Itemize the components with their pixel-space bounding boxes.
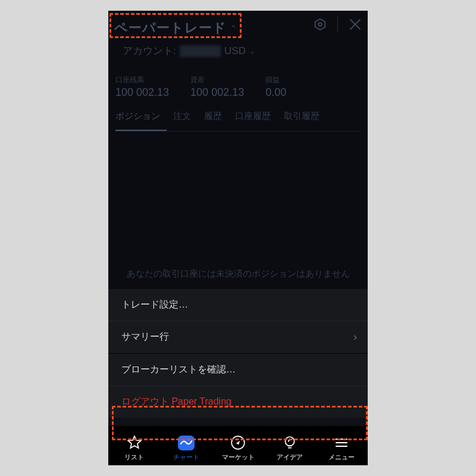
empty-positions-message: あなたの取引口座には未決済のポジションはありません [124,267,352,281]
vertical-divider [337,17,338,32]
compass-icon [230,434,246,451]
nav-label: チャート [173,453,199,462]
menu-item-label: ブローカーリストを確認… [121,364,236,376]
nav-label: メニュー [328,453,355,462]
account-label: アカウント: [123,44,176,58]
settings-hex-icon[interactable] [314,18,327,31]
stat-value: 100 002.13 [190,86,244,99]
nav-chart[interactable]: チャート [160,426,212,465]
account-currency: USD [224,45,246,57]
close-icon[interactable] [349,18,362,31]
nav-idea[interactable]: アイデア [264,426,316,465]
header-actions [314,17,362,32]
panel-header[interactable]: ペーパートレード ⌃ [114,19,237,37]
menu-item-label: サマリー行 [121,331,169,343]
nav-label: リスト [124,453,144,462]
chart-icon [178,434,195,451]
menu-logout[interactable]: ログアウト Paper Trading [108,386,368,418]
bottom-nav: リスト チャート マーケット アイデア メニュー [108,426,368,465]
nav-label: アイデア [277,453,303,462]
stat-pnl: 損益 0.00 [265,75,286,99]
active-tab-underline [115,130,167,131]
menu-item-label: ログアウト Paper Trading [121,396,231,408]
account-selector[interactable]: アカウント: ■■■■■ USD ⌄ [123,44,255,58]
account-stats: 口座残高 100 002.13 資産 100 002.13 損益 0.00 [115,75,361,99]
star-icon [126,434,143,451]
stat-label: 資産 [190,75,244,85]
chevron-down-icon: ⌄ [249,47,255,55]
nav-market[interactable]: マーケット [212,426,264,465]
tab-orders[interactable]: 注文 [173,111,191,128]
dimmed-backdrop: ペーパートレード ⌃ アカウント: ■■■■■ USD ⌄ 口座残高 100 0… [108,11,368,289]
menu-item-label: トレード設定… [121,299,188,311]
tab-history[interactable]: 履歴 [204,111,222,128]
stat-value: 0.00 [265,86,286,99]
stat-value: 100 002.13 [115,86,169,99]
chevron-up-icon: ⌃ [230,24,237,33]
nav-label: マーケット [222,453,255,462]
lightbulb-icon [281,434,298,451]
menu-summary-row[interactable]: サマリー行 › [108,321,368,353]
stat-equity: 資産 100 002.13 [190,75,244,99]
nav-menu[interactable]: メニュー [316,426,368,465]
stat-balance: 口座残高 100 002.13 [115,75,169,99]
tab-account-history[interactable]: 口座履歴 [235,111,271,128]
action-sheet: トレード設定… サマリー行 › ブローカーリストを確認… ログアウト Paper… [108,289,368,418]
svg-marker-0 [315,19,325,30]
panel-title: ペーパートレード [114,19,227,37]
svg-point-3 [286,437,295,446]
account-id-masked: ■■■■■ [180,45,221,57]
order-tabs: ポジション 注文 履歴 口座履歴 取引履歴 [115,111,361,131]
stat-label: 口座残高 [115,75,169,85]
chevron-right-icon: › [353,331,357,343]
menu-broker-list[interactable]: ブローカーリストを確認… [108,353,368,386]
app-screen: ペーパートレード ⌃ アカウント: ■■■■■ USD ⌄ 口座残高 100 0… [108,11,368,465]
stat-label: 損益 [265,75,286,85]
tab-trade-history[interactable]: 取引履歴 [284,111,320,128]
tab-positions[interactable]: ポジション [115,111,160,128]
nav-list[interactable]: リスト [108,426,160,465]
menu-trade-settings[interactable]: トレード設定… [108,289,368,321]
svg-point-1 [318,23,322,26]
hamburger-icon [333,434,350,451]
